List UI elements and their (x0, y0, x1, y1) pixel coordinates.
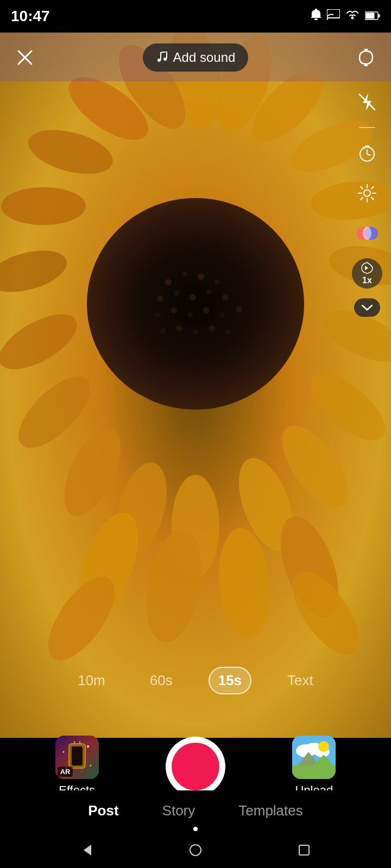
svg-point-35 (174, 290, 179, 296)
svg-point-31 (182, 271, 187, 277)
svg-point-79 (363, 227, 371, 240)
svg-point-59 (157, 59, 161, 62)
timer-button[interactable] (352, 138, 382, 168)
cast-icon (327, 9, 340, 23)
svg-point-43 (220, 312, 225, 317)
close-button[interactable] (11, 43, 39, 72)
svg-point-86 (62, 751, 64, 753)
nav-bar (0, 835, 391, 868)
svg-point-38 (222, 294, 229, 301)
svg-rect-6 (366, 13, 375, 19)
svg-point-4 (351, 17, 354, 20)
tab-post[interactable]: Post (83, 799, 124, 822)
svg-point-76 (364, 190, 370, 196)
tab-story[interactable]: Story (157, 799, 201, 822)
svg-rect-1 (314, 18, 318, 20)
ar-badge: AR (58, 767, 73, 777)
svg-point-44 (236, 306, 242, 312)
svg-line-75 (361, 197, 363, 200)
svg-line-73 (371, 197, 374, 200)
add-sound-button[interactable]: Add sound (143, 43, 249, 72)
svg-point-42 (203, 307, 210, 314)
record-button[interactable] (166, 737, 225, 796)
duration-10m[interactable]: 10m (69, 668, 114, 693)
tab-indicator (193, 827, 198, 831)
duration-text[interactable]: Text (279, 668, 322, 693)
svg-rect-66 (365, 145, 369, 147)
camera-view (0, 33, 391, 738)
svg-point-41 (187, 312, 193, 317)
svg-point-39 (155, 312, 160, 317)
svg-point-49 (225, 329, 231, 335)
svg-point-87 (90, 765, 91, 767)
svg-point-34 (157, 295, 163, 302)
tab-templates[interactable]: Templates (233, 799, 308, 822)
svg-rect-7 (379, 14, 380, 17)
flip-camera-button[interactable] (352, 43, 380, 72)
flash-button[interactable] (352, 87, 382, 117)
effects-icon: AR (55, 736, 99, 779)
svg-point-60 (163, 58, 167, 61)
camera-controls: AR Effects U (0, 736, 391, 797)
upload-icon (292, 736, 336, 779)
effects-button[interactable]: AR Effects (55, 736, 99, 797)
duration-60s[interactable]: 60s (141, 668, 181, 693)
right-controls: 1x (352, 87, 382, 317)
svg-rect-95 (292, 765, 336, 779)
svg-point-40 (171, 307, 177, 314)
svg-line-72 (361, 187, 363, 189)
svg-rect-82 (72, 746, 83, 765)
svg-point-94 (318, 741, 329, 752)
svg-point-85 (87, 745, 89, 748)
tabs-row: Post Story Templates (0, 799, 391, 822)
notification-icon (311, 9, 321, 24)
svg-line-74 (371, 187, 374, 189)
status-time: 10:47 (11, 8, 50, 25)
svg-rect-2 (327, 9, 340, 18)
speed-label: 1x (362, 276, 372, 285)
divider (359, 127, 375, 128)
battery-icon (365, 9, 380, 23)
beauty-button[interactable] (352, 178, 382, 208)
recents-button[interactable] (297, 843, 312, 861)
upload-button[interactable]: Upload (292, 736, 336, 797)
svg-point-45 (160, 328, 166, 334)
svg-point-32 (198, 273, 204, 280)
svg-point-36 (190, 294, 196, 301)
speed-button[interactable]: 1x (352, 258, 382, 289)
top-controls: Add sound (0, 38, 391, 77)
color-filter-button[interactable] (352, 218, 382, 248)
add-sound-label: Add sound (173, 50, 236, 65)
svg-point-99 (190, 845, 201, 856)
svg-point-30 (165, 279, 172, 285)
wifi-icon (345, 9, 360, 23)
svg-marker-98 (84, 845, 91, 856)
svg-point-16 (1, 187, 86, 225)
svg-point-29 (87, 198, 304, 410)
svg-point-37 (206, 289, 212, 295)
more-button[interactable] (354, 298, 380, 317)
home-button[interactable] (188, 843, 203, 861)
svg-point-46 (176, 325, 182, 331)
status-bar: 10:47 (0, 0, 391, 33)
svg-point-33 (215, 279, 220, 285)
status-icons (311, 9, 380, 24)
svg-point-48 (209, 325, 215, 331)
svg-rect-100 (299, 845, 309, 855)
duration-bar: 10m 60s 15s Text (0, 667, 391, 694)
bottom-tabs: Post Story Templates (0, 790, 391, 835)
svg-point-47 (193, 329, 198, 335)
duration-15s[interactable]: 15s (209, 667, 251, 694)
record-inner (172, 743, 219, 790)
back-button[interactable] (79, 843, 94, 861)
